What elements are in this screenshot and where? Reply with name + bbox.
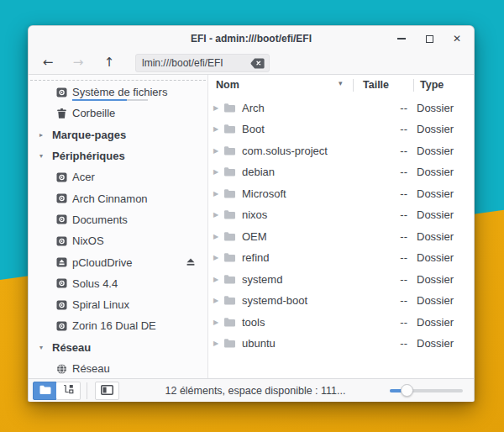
expand-row-icon[interactable]: ▶ [213, 168, 218, 176]
file-type: Dossier [417, 166, 454, 178]
file-type: Dossier [417, 187, 454, 199]
minimize-button[interactable] [393, 30, 410, 47]
chevron-expanded-icon[interactable]: ▾ [39, 344, 43, 351]
sidebar-item-pclouddrive[interactable]: pCloudDrive [29, 251, 207, 272]
file-size: -- [363, 229, 407, 242]
location-bar[interactable]: lmin:///boot/efi/EFI [135, 54, 270, 72]
folder-icon [223, 295, 236, 306]
sidebar-item-zorin-16-dual-de[interactable]: Zorin 16 Dual DE [29, 315, 207, 336]
file-size: -- [363, 123, 407, 135]
file-name: Microsoft [242, 187, 286, 199]
column-header-nom[interactable]: Nom [216, 79, 239, 91]
sidebar-section-label: Marque-pages [29, 129, 126, 141]
expand-row-icon[interactable]: ▶ [213, 340, 218, 347]
forward-button[interactable]: → [69, 51, 87, 75]
sidebar-item-corbeille[interactable]: Corbeille [29, 103, 207, 124]
sidebar-item-documents[interactable]: Documents [29, 209, 207, 230]
removable-drive-icon [56, 257, 67, 268]
file-size: -- [363, 294, 407, 307]
file-name: tools [242, 315, 265, 328]
chevron-collapsed-icon[interactable]: ▸ [39, 131, 43, 139]
expand-row-icon[interactable]: ▶ [213, 254, 218, 261]
column-header-taille[interactable]: Taille [363, 79, 389, 91]
eject-button[interactable] [186, 258, 196, 267]
drive-icon [56, 171, 67, 182]
sidebar-item-solus-4-4[interactable]: Solus 4.4 [29, 273, 207, 294]
file-row-systemd-boot[interactable]: ▶systemd-boot--Dossier [208, 290, 474, 312]
file-row-refind[interactable]: ▶refind--Dossier [208, 247, 474, 269]
file-row-oem[interactable]: ▶OEM--Dossier [208, 225, 474, 247]
sidebar-section-marque-pages[interactable]: ▸Marque-pages [29, 124, 207, 145]
file-size: -- [363, 166, 407, 178]
file-row-tools[interactable]: ▶tools--Dossier [208, 311, 474, 333]
chevron-expanded-icon[interactable]: ▾ [39, 152, 43, 160]
expand-row-icon[interactable]: ▶ [213, 232, 218, 240]
expand-row-icon[interactable]: ▶ [213, 125, 218, 133]
back-button[interactable]: ← [39, 51, 57, 75]
file-manager-window: EFI - admin:///boot/efi/EFI ✕ ← → ↑ lmin… [28, 25, 475, 402]
file-row-systemd[interactable]: ▶systemd--Dossier [208, 268, 474, 290]
sidebar-item-syst-me-de-fichiers[interactable]: Système de fichiers [29, 82, 207, 103]
expand-row-icon[interactable]: ▶ [213, 318, 218, 325]
up-button[interactable]: ↑ [100, 51, 118, 75]
drive-icon [56, 193, 67, 204]
sidebar-item-spiral-linux[interactable]: Spiral Linux [29, 294, 207, 315]
file-type: Dossier [417, 337, 454, 350]
zoom-slider[interactable] [390, 379, 470, 403]
zoom-slider-fill [390, 389, 402, 392]
file-type: Dossier [417, 315, 454, 328]
places-view-button[interactable] [33, 382, 57, 400]
sidebar-section-p-riph-riques[interactable]: ▾Périphériques [29, 145, 207, 166]
expand-row-icon[interactable]: ▶ [213, 189, 218, 197]
sidebar-item-acer[interactable]: Acer [29, 166, 207, 187]
expand-row-icon[interactable]: ▶ [213, 103, 218, 111]
sidebar-item-r-seau[interactable]: Réseau [29, 358, 207, 379]
sidebar-item-label: Corbeille [29, 107, 115, 119]
sidebar-item-label: Arch Cinnamon [29, 192, 148, 205]
zoom-slider-handle[interactable] [401, 384, 413, 397]
sidebar-scroll-indicator [30, 80, 206, 81]
file-row-boot[interactable]: ▶Boot--Dossier [208, 119, 474, 140]
file-row-com-solus-project[interactable]: ▶com.solus-project--Dossier [208, 140, 474, 161]
expand-row-icon[interactable]: ▶ [213, 297, 218, 304]
sidebar-item-label: Réseau [29, 362, 110, 375]
tree-view-button[interactable] [56, 382, 81, 400]
sidebar-section-r-seau[interactable]: ▾Réseau [29, 337, 207, 358]
clear-location-icon[interactable] [250, 58, 265, 69]
disk-usage-fill [72, 99, 127, 101]
file-name: systemd [242, 272, 282, 285]
file-row-microsoft[interactable]: ▶Microsoft--Dossier [208, 182, 474, 204]
drive-icon [56, 87, 67, 97]
folder-icon [223, 102, 236, 113]
file-type: Dossier [417, 101, 454, 113]
file-name: OEM [242, 229, 267, 242]
file-type: Dossier [417, 272, 454, 285]
toggle-sidebar-button[interactable] [95, 382, 119, 400]
file-name: debian [242, 166, 275, 178]
file-size: -- [363, 144, 407, 156]
maximize-button[interactable] [421, 30, 438, 47]
maximize-icon [426, 35, 433, 43]
sidebar-item-label: Zorin 16 Dual DE [29, 319, 156, 332]
sort-descending-icon[interactable]: ▾ [339, 79, 343, 87]
expand-row-icon[interactable]: ▶ [213, 146, 218, 154]
sidebar-item-label: Documents [29, 213, 128, 226]
sidebar-item-nixos[interactable]: NixOS [29, 230, 207, 251]
close-button[interactable]: ✕ [449, 30, 465, 47]
column-headers: Nom ▾ Taille Type [208, 75, 474, 97]
folder-icon [223, 338, 236, 349]
folder-icon [223, 209, 236, 220]
file-row-ubuntu[interactable]: ▶ubuntu--Dossier [208, 333, 474, 355]
expand-row-icon[interactable]: ▶ [213, 275, 218, 282]
drive-icon [56, 214, 67, 225]
file-row-arch[interactable]: ▶Arch--Dossier [208, 97, 474, 119]
column-header-type[interactable]: Type [420, 79, 444, 91]
titlebar[interactable]: EFI - admin:///boot/efi/EFI ✕ [29, 26, 474, 51]
file-row-debian[interactable]: ▶debian--Dossier [208, 161, 474, 183]
file-name: com.solus-project [242, 144, 328, 156]
expand-row-icon[interactable]: ▶ [213, 211, 218, 219]
sidebar-item-arch-cinnamon[interactable]: Arch Cinnamon [29, 187, 207, 208]
file-row-nixos[interactable]: ▶nixos--Dossier [208, 204, 474, 226]
folder-icon [223, 316, 236, 327]
file-name: ubuntu [242, 337, 276, 350]
